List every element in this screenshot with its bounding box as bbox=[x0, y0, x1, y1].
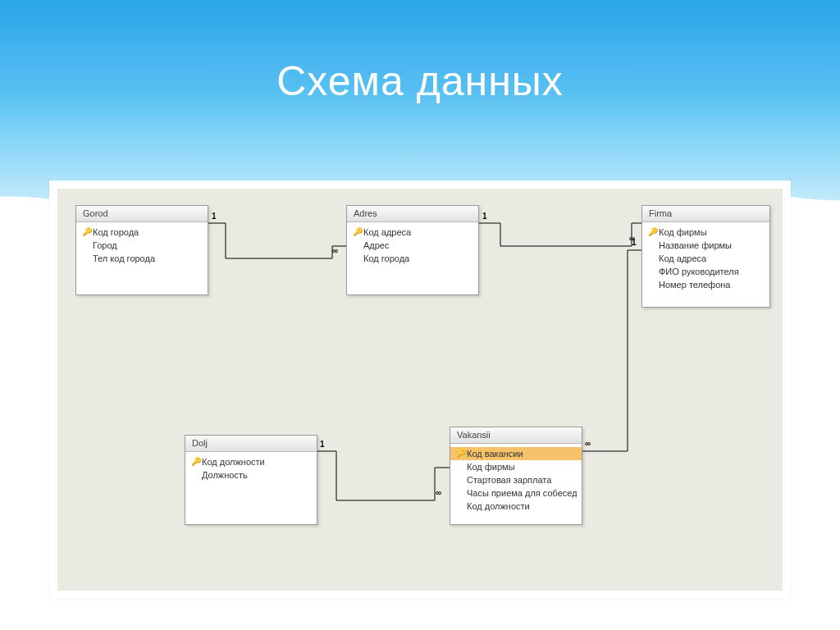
field-label: Код фирмы bbox=[659, 226, 765, 238]
entity-adres[interactable]: Adres 🔑 Код адреса Адрес Код города bbox=[346, 205, 479, 295]
entity-dolj-title: Dolj bbox=[185, 436, 317, 452]
slide-title: Схема данных bbox=[0, 57, 840, 105]
field-label: Код города bbox=[93, 226, 203, 238]
table-row[interactable]: Стартовая зарплата bbox=[450, 473, 582, 486]
table-row[interactable]: ФИО руководителя bbox=[642, 265, 769, 278]
entity-gorod-fields: 🔑 Код города Город Тел код города bbox=[76, 222, 208, 294]
field-label: Код фирмы bbox=[467, 461, 577, 472]
table-row[interactable]: Адрес bbox=[347, 239, 478, 252]
diagram-frame: 1 ∞ 1 ∞ 1 ∞ 1 ∞ Gorod 🔑 Код города Город bbox=[49, 180, 791, 599]
field-label: ФИО руководителя bbox=[659, 266, 765, 277]
entity-dolj[interactable]: Dolj 🔑 Код должности Должность bbox=[185, 435, 317, 525]
diagram-canvas[interactable]: 1 ∞ 1 ∞ 1 ∞ 1 ∞ Gorod 🔑 Код города Город bbox=[57, 189, 783, 591]
entity-dolj-fields: 🔑 Код должности Должность bbox=[185, 452, 317, 524]
slide: Схема данных 1 ∞ 1 ∞ 1 ∞ 1 ∞ bbox=[0, 0, 840, 630]
entity-firma-fields: 🔑 Код фирмы Название фирмы Код адреса ФИ… bbox=[642, 222, 769, 307]
field-label: Номер телефона bbox=[659, 279, 765, 290]
table-row[interactable]: 🔑 Код адреса bbox=[347, 226, 478, 239]
entity-vakansii-fields: 🔑 Код вакансии Код фирмы Стартовая зарпл… bbox=[450, 444, 582, 524]
field-label: Код города bbox=[363, 253, 473, 264]
entity-gorod-title: Gorod bbox=[76, 206, 208, 222]
field-label: Стартовая зарплата bbox=[467, 474, 577, 486]
table-row[interactable]: Тел код города bbox=[76, 252, 208, 265]
table-row[interactable]: Должность bbox=[185, 468, 317, 482]
table-row[interactable]: 🔑 Код города bbox=[76, 226, 208, 239]
primary-key-icon: 🔑 bbox=[352, 226, 363, 238]
field-label: Тел код города bbox=[93, 253, 203, 264]
field-label: Код адреса bbox=[363, 226, 473, 238]
table-row[interactable]: Название фирмы bbox=[642, 239, 769, 252]
field-label: Название фирмы bbox=[659, 240, 765, 251]
field-label: Код должности bbox=[467, 500, 577, 512]
entity-vakansii[interactable]: Vakansii 🔑 Код вакансии Код фирмы Старто… bbox=[450, 427, 582, 525]
primary-key-icon: 🔑 bbox=[190, 456, 202, 468]
table-row[interactable]: Код фирмы bbox=[450, 460, 582, 473]
field-label: Должность bbox=[202, 469, 312, 481]
entity-firma-title: Firma bbox=[642, 206, 769, 222]
field-label: Код должности bbox=[202, 456, 312, 468]
field-label: Код адреса bbox=[659, 253, 765, 264]
primary-key-icon: 🔑 bbox=[647, 226, 659, 238]
primary-key-icon: 🔑 bbox=[81, 226, 93, 238]
card-adres-one: 1 bbox=[482, 212, 487, 221]
card-vak-many-l: ∞ bbox=[436, 488, 441, 497]
card-vak-many-r: ∞ bbox=[585, 439, 591, 448]
card-gorod-one: 1 bbox=[212, 212, 217, 221]
field-label: Город bbox=[93, 240, 203, 251]
entity-gorod[interactable]: Gorod 🔑 Код города Город Тел код города bbox=[75, 205, 208, 295]
table-row[interactable]: Код адреса bbox=[642, 252, 769, 265]
table-row[interactable]: 🔑 Код фирмы bbox=[642, 226, 769, 239]
table-row[interactable]: Код города bbox=[347, 252, 478, 265]
table-row[interactable]: Код должности bbox=[450, 500, 582, 513]
field-label: Код вакансии bbox=[467, 448, 577, 459]
entity-adres-title: Adres bbox=[347, 206, 478, 222]
table-row[interactable]: Номер телефона bbox=[642, 278, 769, 291]
primary-key-icon: 🔑 bbox=[455, 448, 467, 459]
card-adres-many: ∞ bbox=[332, 246, 338, 255]
entity-adres-fields: 🔑 Код адреса Адрес Код города bbox=[347, 222, 478, 294]
entity-firma[interactable]: Firma 🔑 Код фирмы Название фирмы Код адр… bbox=[641, 205, 770, 308]
card-firma-one: 1 bbox=[632, 238, 637, 247]
entity-vakansii-title: Vakansii bbox=[450, 427, 582, 444]
table-row[interactable]: Часы приема для собеседований bbox=[450, 486, 582, 500]
table-row[interactable]: 🔑 Код должности bbox=[185, 455, 317, 468]
table-row[interactable]: 🔑 Код вакансии bbox=[450, 447, 582, 460]
field-label: Часы приема для собеседований bbox=[467, 487, 577, 499]
card-dolj-one: 1 bbox=[320, 440, 325, 449]
table-row[interactable]: Город bbox=[76, 239, 208, 252]
field-label: Адрес bbox=[363, 240, 473, 251]
